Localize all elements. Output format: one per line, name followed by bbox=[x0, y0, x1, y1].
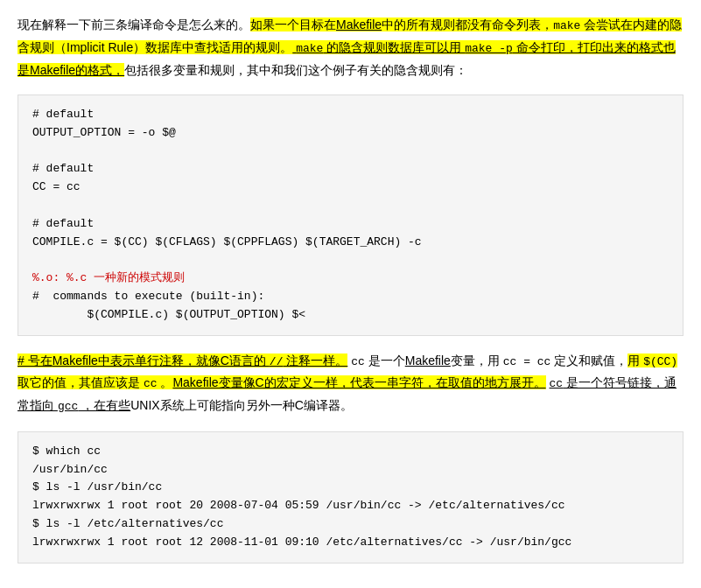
p1-intro: 现在解释一下前三条编译命令是怎么来的。 bbox=[18, 18, 250, 32]
paragraph-1: 现在解释一下前三条编译命令是怎么来的。如果一个目标在Makefile中的所有规则… bbox=[18, 14, 683, 80]
p2-hash-comment: # 号在Makefile中表示单行注释，就像C语言的 // 注释一样。 bbox=[18, 354, 347, 368]
terminal-block-1: $ which cc /usr/bin/cc $ ls -l /usr/bin/… bbox=[18, 431, 683, 564]
p2-highlight-makefile: Makefile变量像C的宏定义一样，代表一串字符，在取值的地方展开。 bbox=[172, 375, 545, 389]
p2-cc-var: cc bbox=[351, 355, 365, 368]
paragraph-2: # 号在Makefile中表示单行注释，就像C语言的 // 注释一样。 cc 是… bbox=[18, 350, 683, 417]
code-block-1: # default OUTPUT_OPTION = -o $@ # defaul… bbox=[18, 94, 683, 336]
pattern-rule: %.o: %.c bbox=[32, 271, 87, 284]
pattern-rule-comment: 一种新的模式规则 bbox=[94, 271, 185, 284]
